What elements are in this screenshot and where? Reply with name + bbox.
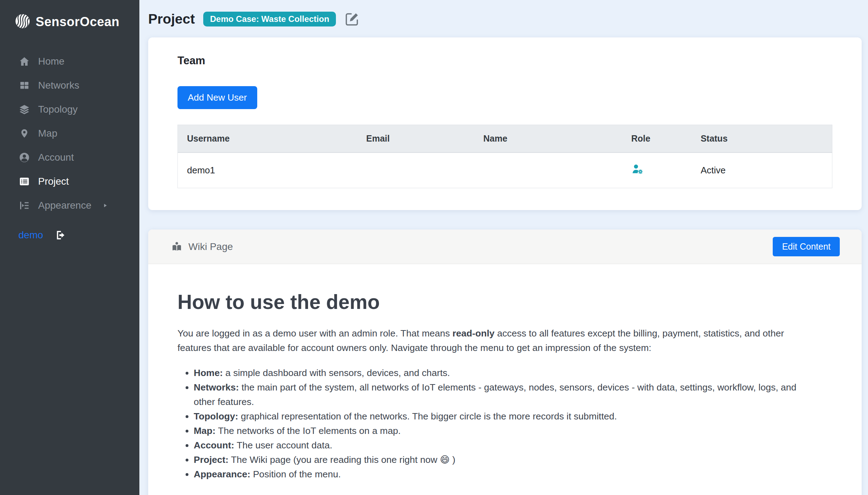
grid-icon [18, 79, 30, 91]
wiki-header-title: Wiki Page [188, 241, 233, 252]
user-link[interactable]: demo [18, 229, 43, 241]
user-cog-icon[interactable] [631, 167, 644, 178]
cell-email [357, 153, 474, 188]
list-item: Account: The user account data. [194, 438, 819, 453]
cell-role [622, 153, 692, 188]
logout-icon[interactable] [55, 229, 66, 241]
table-header-row: Username Email Name Role Status [178, 125, 832, 153]
list-item: Map: The networks of the IoT elements on… [194, 424, 819, 438]
brand[interactable]: SensorOcean [0, 0, 139, 30]
book-reader-icon [171, 241, 182, 252]
list-item: Home: a simple dashboard with sensors, d… [194, 366, 819, 380]
page-title: Project [148, 11, 195, 27]
team-card: Team Add New User Username Email Name Ro… [148, 37, 862, 210]
sidebar-item-networks[interactable]: Networks [0, 73, 139, 97]
wiki-intro: You are logged in as a demo user with an… [177, 326, 819, 355]
wiki-card: Wiki Page Edit Content How to use the de… [148, 229, 862, 495]
list-icon [18, 175, 30, 187]
list-item: Networks: the main part of the system, a… [194, 380, 819, 409]
sidebar-item-map[interactable]: Map [0, 121, 139, 145]
chevron-right-icon [102, 202, 108, 209]
home-icon [18, 55, 30, 67]
edit-project-icon[interactable] [344, 11, 360, 27]
cell-status: Active [692, 153, 832, 188]
sidebar-item-project[interactable]: Project [0, 169, 139, 193]
col-role: Role [622, 125, 692, 153]
map-marker-icon [18, 127, 30, 139]
user-circle-icon [18, 151, 30, 163]
sidebar-item-label: Networks [38, 80, 79, 91]
wiki-header: Wiki Page Edit Content [148, 229, 862, 264]
col-status: Status [692, 125, 832, 153]
col-email: Email [357, 125, 474, 153]
cell-name [474, 153, 622, 188]
sidebar-item-label: Appearence [38, 200, 91, 211]
wiki-body: How to use the demo You are logged in as… [148, 264, 862, 495]
add-new-user-button[interactable]: Add New User [177, 86, 257, 109]
sidebar-item-label: Project [38, 176, 69, 187]
project-badge: Demo Case: Waste Collection [203, 12, 336, 26]
wiki-header-left: Wiki Page [171, 241, 233, 252]
app-root: SensorOcean Home Networks Topology [0, 0, 868, 495]
sidebar-user-row: demo [0, 229, 139, 241]
wiki-list: Home: a simple dashboard with sensors, d… [177, 366, 819, 482]
sidebar-item-label: Home [38, 56, 65, 67]
team-title: Team [177, 54, 832, 67]
main-content: Project Demo Case: Waste Collection Team… [139, 0, 868, 495]
sidebar-item-account[interactable]: Account [0, 145, 139, 169]
table-row: demo1 [178, 153, 832, 188]
sidebar-item-label: Map [38, 128, 57, 139]
list-item: Topology: graphical representation of th… [194, 409, 819, 424]
sidebar-item-label: Topology [38, 104, 78, 115]
list-item: Project: The Wiki page (you are reading … [194, 453, 819, 467]
sidebar-item-home[interactable]: Home [0, 49, 139, 73]
sidebar-nav: Home Networks Topology Map [0, 49, 139, 217]
page-header: Project Demo Case: Waste Collection [148, 11, 862, 27]
sidebar-item-label: Account [38, 152, 74, 163]
sidebar: SensorOcean Home Networks Topology [0, 0, 139, 495]
col-name: Name [474, 125, 622, 153]
edit-content-button[interactable]: Edit Content [773, 237, 840, 256]
team-table: Username Email Name Role Status demo1 [177, 125, 832, 188]
brand-name: SensorOcean [36, 14, 120, 29]
layers-icon [18, 103, 30, 115]
sidebar-item-topology[interactable]: Topology [0, 97, 139, 121]
sensorocean-logo-icon [15, 13, 30, 30]
col-username: Username [178, 125, 357, 153]
wiki-title: How to use the demo [177, 290, 819, 314]
cell-username: demo1 [178, 153, 357, 188]
indent-icon [18, 199, 30, 211]
sidebar-item-appearence[interactable]: Appearence [0, 193, 139, 217]
list-item: Appearance: Position of the menu. [194, 467, 819, 482]
